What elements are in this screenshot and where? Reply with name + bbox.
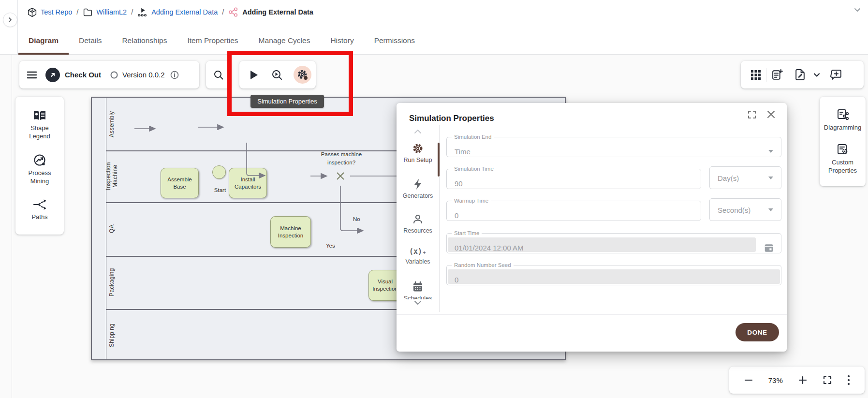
nav-resources-label: Resources [403, 227, 432, 234]
diagram-toolbar: Check Out Version 0.0.2 [19, 61, 199, 88]
view-toolbar [741, 61, 864, 88]
simulation-end-select[interactable]: Simulation End Time [446, 134, 781, 157]
nav-scroll-down-button[interactable] [414, 300, 422, 305]
breadcrumb-link-williaml2[interactable]: WilliamL2 [96, 8, 127, 16]
tab-history[interactable]: History [320, 28, 364, 55]
nav-item-variables[interactable]: (x)₊ Variables [397, 247, 439, 265]
nav-item-generators[interactable]: Generators [397, 178, 439, 199]
nav-item-schedules[interactable]: Schedules [397, 281, 439, 299]
task-install-capacitors[interactable]: Install Capacitors [229, 168, 267, 198]
check-out-button[interactable]: Check Out [45, 68, 101, 82]
simulation-properties-button[interactable] [294, 66, 311, 84]
edit-document-button[interactable] [794, 69, 806, 81]
version-status-icon [110, 71, 118, 79]
comment-plus-icon [830, 69, 842, 81]
simulation-properties-modal: Simulation Properties [397, 103, 787, 352]
search-toolbar [206, 61, 231, 88]
breadcrumb-current-item: Adding External Data [228, 7, 313, 17]
breadcrumb-separator: / [131, 8, 133, 16]
variables-icon: (x)₊ [409, 247, 427, 256]
tab-permissions[interactable]: Permissions [364, 28, 425, 55]
grid-view-button[interactable] [750, 70, 761, 80]
lane-label-qa: QA [107, 202, 117, 256]
menu-button[interactable] [26, 69, 38, 81]
simulation-time-unit-select[interactable]: Day(s) [709, 166, 781, 189]
lane-label-inspection-machine: Inspection Machine [104, 150, 120, 202]
app-page: Test Repo / WilliamL2 / Adding External … [0, 0, 868, 398]
breadcrumb-link-test-repo[interactable]: Test Repo [41, 8, 72, 16]
expand-sidebar-button[interactable] [3, 13, 17, 27]
more-options-button[interactable] [847, 375, 850, 385]
custom-properties-button[interactable]: Custom Properties [823, 143, 863, 175]
simulation-properties-tooltip: Simulation Properties [250, 95, 324, 108]
breadcrumb-repo[interactable]: Test Repo [27, 7, 72, 17]
grid-icon [750, 70, 761, 80]
lane-label-shipping: Shipping [107, 309, 117, 361]
nav-item-run-setup[interactable]: Run Setup [397, 143, 439, 163]
warmup-time-input[interactable]: Warmup Time 0 [446, 198, 701, 221]
paths-label: Paths [20, 213, 59, 221]
calendar-picker-icon[interactable] [764, 242, 774, 253]
start-event-node[interactable] [212, 165, 226, 179]
play-magnifier-icon [271, 69, 283, 81]
breadcrumb-folder[interactable]: WilliamL2 [83, 7, 127, 17]
zoom-in-button[interactable] [798, 375, 808, 385]
nav-item-resources[interactable]: Resources [397, 213, 439, 234]
breadcrumb: Test Repo / WilliamL2 / Adding External … [27, 5, 313, 19]
simulation-time-label: Simulation Time [452, 166, 496, 172]
fit-to-screen-button[interactable] [823, 375, 832, 385]
zoom-level-value: 73% [768, 376, 783, 384]
breadcrumb-process[interactable]: Adding External Data [137, 7, 218, 17]
version-info-button[interactable] [170, 70, 179, 80]
run-simulation-button[interactable] [249, 70, 259, 80]
task-machine-inspection[interactable]: Machine Inspection [270, 216, 311, 248]
tab-item-properties[interactable]: Item Properties [177, 28, 248, 55]
header-collapse-chevron-icon[interactable] [853, 6, 861, 14]
run-setup-gear-icon [412, 143, 424, 154]
done-button[interactable]: DONE [736, 323, 779, 341]
zoom-out-button[interactable] [744, 375, 753, 385]
version-label: Version 0.0.2 [122, 71, 165, 79]
search-button[interactable] [213, 69, 224, 81]
warmup-time-unit-select[interactable]: Second(s) [709, 198, 781, 221]
tab-diagram[interactable]: Diagram [18, 28, 69, 55]
modal-nav-list: Run Setup Generators Resources (x)₊ [397, 127, 439, 299]
task-assemble-base[interactable]: Assemble Base [161, 168, 199, 198]
breadcrumb-link-adding-external-data[interactable]: Adding External Data [151, 8, 218, 16]
custom-properties-label: Custom Properties [823, 159, 863, 175]
tab-details[interactable]: Details [69, 28, 112, 55]
tab-bar: Diagram Details Relationships Item Prope… [18, 28, 425, 55]
start-time-input[interactable]: Start Time 01/01/2024 12:00 AM [446, 231, 781, 253]
document-plus-icon [771, 69, 783, 81]
breadcrumb-separator: / [76, 8, 78, 16]
right-tool-panel: Diagramming Custom Properties [820, 97, 866, 186]
add-note-button[interactable] [771, 69, 783, 81]
pool-header-strip [92, 98, 106, 359]
hamburger-icon [26, 69, 38, 81]
diagramming-button[interactable]: Diagramming [823, 108, 863, 132]
shape-legend-book-icon [33, 110, 46, 121]
tab-manage-cycles[interactable]: Manage Cycles [249, 28, 321, 55]
random-number-seed-value: 0 [455, 276, 458, 284]
left-tool-panel: Shape Legend Process Mining Paths [15, 97, 64, 235]
gateway-question-label: Passes machine inspection? [309, 150, 374, 166]
random-number-seed-input[interactable]: Random Number Seed 0 [446, 263, 781, 285]
start-event-label: Start [208, 187, 232, 193]
add-comment-button[interactable] [830, 69, 842, 81]
dropdown-arrow-icon [768, 208, 773, 211]
tab-relationships[interactable]: Relationships [112, 28, 177, 55]
diagram-canvas: Check Out Version 0.0.2 [0, 55, 868, 398]
process-run-icon [137, 7, 148, 17]
simulation-time-input[interactable]: Simulation Time 90 [446, 166, 701, 189]
shape-legend-button[interactable]: Shape Legend [20, 110, 59, 141]
modal-expand-button[interactable] [748, 110, 756, 119]
paths-button[interactable]: Paths [20, 199, 59, 221]
modal-close-button[interactable] [767, 110, 775, 118]
shape-legend-label: Shape Legend [20, 124, 59, 141]
collapsed-panel-divider [12, 55, 12, 398]
document-options-chevron[interactable] [813, 71, 821, 79]
generators-bolt-icon [412, 178, 423, 190]
process-mining-button[interactable]: Process Mining [20, 154, 59, 186]
random-number-seed-label: Random Number Seed [452, 263, 514, 268]
preview-simulation-button[interactable] [271, 69, 283, 81]
